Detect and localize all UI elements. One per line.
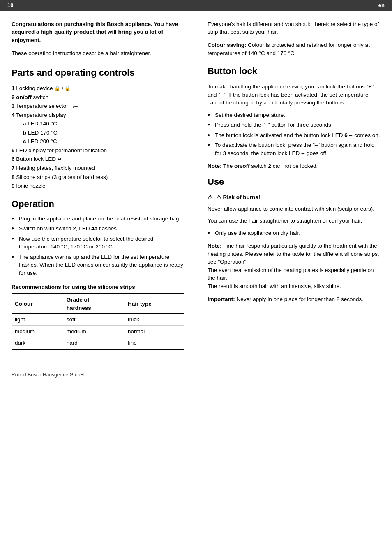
list-item: 8 Silicone strips (3 grades of hardness) <box>12 173 184 181</box>
list-item: 9 Ionic nozzle <box>12 182 184 190</box>
button-lock-icon: ↩ <box>58 157 61 162</box>
use-bullets: Only use the appliance on dry hair. <box>208 229 380 237</box>
list-item: 6 Button lock LED ↩ <box>12 155 184 163</box>
list-item: 7 Heating plates, flexibly mounted <box>12 164 184 172</box>
warning-icon: ⚠ <box>208 193 213 202</box>
list-item: Switch on with switch 2, LED 4a flashes. <box>12 225 184 233</box>
use-para1: Never allow appliance to come into conta… <box>208 205 380 213</box>
table-cell: fine <box>125 337 184 349</box>
list-item: The appliance warms up and the LED for t… <box>12 253 184 277</box>
list-item: 3 Temperature selector +/– <box>12 102 184 110</box>
button-lock-heading: Button lock <box>208 65 380 78</box>
button-lock-intro: To make handling the appliance easier, y… <box>208 83 380 107</box>
parts-list: 1 Locking device 🔒 / 🔓 2 on/off switch 3… <box>12 84 184 190</box>
use-para2: You can use the hair straightener to str… <box>208 217 380 225</box>
right-intro: Everyone's hair is different and you sho… <box>208 20 380 36</box>
table-row: light soft thick <box>12 314 184 326</box>
footer-text: Robert Bosch Hausgeräte GmbH <box>12 372 84 378</box>
table-row: medium medium normal <box>12 325 184 337</box>
list-item: The button lock is activated and the but… <box>208 131 380 139</box>
important-label: Important: <box>208 296 235 302</box>
button-lock-icon: ↩ <box>349 133 353 138</box>
lock-icon: 🔒 / 🔓 <box>54 86 71 91</box>
table-header-hair: Hair type <box>125 294 184 314</box>
intro-bold: Congratulations on purchasing this Bosch… <box>12 20 184 44</box>
list-item: 5 LED display for permanent ionisation <box>12 146 184 155</box>
list-item-sub: a LED 140 °C <box>12 120 184 128</box>
table-cell: medium <box>12 325 63 337</box>
recs-heading: Recommendations for using the silicone s… <box>12 283 184 291</box>
button-lock-icon-2: ↩ <box>301 151 305 156</box>
important-text: Important: Never apply in one place for … <box>208 295 380 304</box>
header-bar: 10 en <box>0 0 392 11</box>
table-cell: medium <box>63 325 125 337</box>
table-cell: hard <box>63 337 125 349</box>
operation-heading: Operation <box>12 197 184 211</box>
parts-heading: Parts and operating controls <box>12 66 184 79</box>
note-onoff: Note: The on/off switch 2 can not be loc… <box>208 162 380 170</box>
page-content: Congratulations on purchasing this Bosch… <box>0 11 392 364</box>
list-item: Set the desired temperature. <box>208 111 380 119</box>
operation-bullets: Plug in the appliance and place on the h… <box>12 215 184 277</box>
table-cell: normal <box>125 325 184 337</box>
list-item: 4 Temperature display <box>12 111 184 119</box>
table-row: dark hard fine <box>12 337 184 349</box>
risk-label: ⚠ Risk of burns! <box>216 194 261 200</box>
silicone-strips-table: Colour Grade ofhardness Hair type light … <box>12 293 184 350</box>
footer-bar: Robert Bosch Hausgeräte GmbH <box>0 369 392 381</box>
colour-saving-label: Colour saving: <box>208 42 247 48</box>
page-wrapper: 10 en Congratulations on purchasing this… <box>0 0 392 557</box>
use-section: Use ⚠ ⚠ Risk of burns! Never allow appli… <box>208 175 380 303</box>
list-item: Only use the appliance on dry hair. <box>208 229 380 237</box>
list-item-sub: b LED 170 °C <box>12 129 184 137</box>
language-code: en <box>378 2 385 9</box>
note-fine-label: Note: <box>208 243 222 249</box>
list-item: Now use the temperature selector to sele… <box>12 235 184 251</box>
list-item: Press and hold the "–" button for three … <box>208 121 380 129</box>
list-item: Plug in the appliance and place on the h… <box>12 215 184 223</box>
left-column: Congratulations on purchasing this Bosch… <box>12 20 196 357</box>
list-item-sub: c LED 200 °C <box>12 137 184 146</box>
button-lock-bullets: Set the desired temperature. Press and h… <box>208 111 380 158</box>
use-heading: Use <box>208 175 380 188</box>
intro-text: These operating instructions describe a … <box>12 49 184 58</box>
note-fine: Note: Fine hair responds particularly qu… <box>208 242 380 290</box>
list-item: 1 Locking device 🔒 / 🔓 <box>12 84 184 93</box>
table-cell: soft <box>63 314 125 326</box>
list-item: 2 on/off switch <box>12 93 184 102</box>
table-cell: light <box>12 314 63 326</box>
table-cell: thick <box>125 314 184 326</box>
risk-warning: ⚠ ⚠ Risk of burns! <box>208 193 380 202</box>
table-header-hardness: Grade ofhardness <box>63 294 125 314</box>
colour-saving: Colour saving: Colour is protected and r… <box>208 41 380 57</box>
table-cell: dark <box>12 337 63 349</box>
page-number: 10 <box>7 2 13 9</box>
important-text-content: Never apply in one place for longer than… <box>237 296 363 302</box>
note-onoff-label: Note: <box>208 163 222 169</box>
right-column: Everyone's hair is different and you sho… <box>196 20 380 357</box>
table-header-colour: Colour <box>12 294 63 314</box>
list-item: To deactivate the button lock, press the… <box>208 141 380 157</box>
